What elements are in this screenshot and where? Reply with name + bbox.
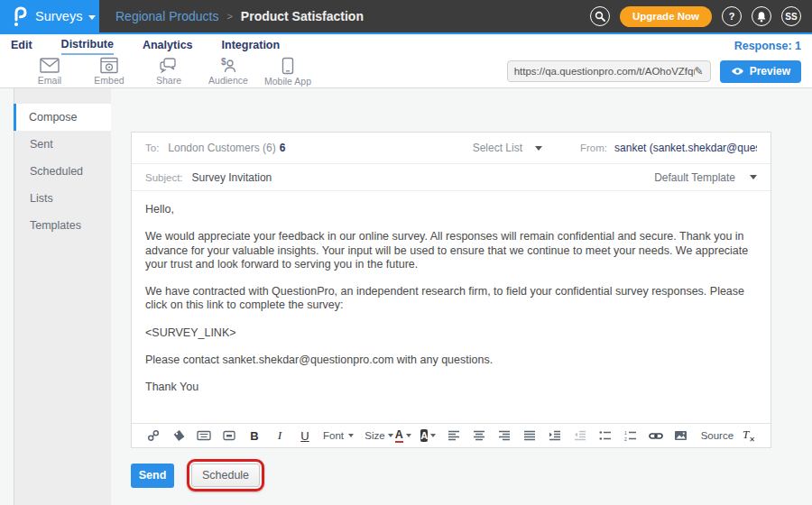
sidebar-item-scheduled[interactable]: Scheduled — [14, 158, 111, 185]
bold-button[interactable]: B — [247, 427, 262, 444]
align-center-button[interactable] — [472, 427, 486, 444]
from-value[interactable]: sanket (sanket.shekdar@ques... — [614, 142, 757, 154]
schedule-button[interactable]: Schedule — [191, 464, 260, 487]
channel-embed-label: Embed — [94, 75, 124, 86]
font-select[interactable]: Font — [323, 427, 354, 444]
subject-label: Subject: — [145, 172, 183, 183]
insert-tag-button[interactable] — [171, 427, 186, 444]
channel-share-label: Share — [156, 75, 181, 86]
tab-edit[interactable]: Edit — [11, 37, 32, 54]
sidebar-item-compose[interactable]: Compose — [14, 104, 111, 131]
email-icon — [39, 57, 60, 74]
channel-email[interactable]: Email — [20, 57, 79, 86]
insert-keyboard-button[interactable] — [197, 427, 211, 444]
channel-mobile-app[interactable]: Mobile App — [258, 57, 318, 87]
breadcrumb-folder[interactable]: Regional Products — [115, 9, 218, 23]
remove-format-x: ✕ — [749, 436, 755, 444]
share-icon — [158, 57, 180, 74]
breadcrumb-current: Product Satisfaction — [241, 9, 364, 23]
bullet-list-button[interactable] — [598, 427, 613, 444]
sidebar-item-sent[interactable]: Sent — [14, 131, 111, 158]
recipients-row: To: London Customers (6) 6 Select List F… — [132, 133, 770, 164]
questionpro-app: Surveys Regional Products > Product Sati… — [0, 0, 812, 505]
remove-format-button[interactable]: T✕ — [742, 427, 756, 444]
select-list-label: Select List — [473, 142, 522, 154]
italic-button[interactable]: I — [272, 427, 287, 444]
body-paragraph: <SURVEY_LINK> — [145, 326, 757, 340]
preview-button[interactable]: Preview — [720, 60, 801, 83]
avatar[interactable]: SS — [781, 6, 801, 26]
to-value[interactable]: London Customers (6) — [168, 142, 275, 154]
upgrade-now-button[interactable]: Upgrade Now — [620, 6, 712, 27]
background-color-button[interactable]: A — [421, 427, 436, 444]
annotation-highlight: Schedule — [187, 459, 264, 491]
surveys-menu[interactable]: Surveys — [0, 0, 99, 32]
tab-distribute[interactable]: Distribute — [61, 36, 114, 55]
edit-url-icon[interactable]: ✎ — [695, 65, 704, 78]
increase-indent-button[interactable] — [548, 427, 562, 444]
source-button[interactable]: Source — [699, 427, 731, 444]
template-value: Default Template — [654, 171, 735, 184]
body-paragraph: Please contact sanket.shekdar@questionpr… — [145, 354, 757, 367]
template-dropdown[interactable]: Default Template — [654, 171, 757, 184]
numbered-list-icon: 1 2 — [624, 430, 637, 441]
body-paragraph: We have contracted with QuestionPro, an … — [145, 285, 757, 313]
response-count[interactable]: Response: 1 — [734, 40, 801, 52]
search-button[interactable] — [590, 6, 610, 26]
channel-embed[interactable]: Embed — [79, 57, 139, 86]
email-body-editor[interactable]: Hello, We would appreciate your feedback… — [132, 191, 770, 423]
insert-image-button[interactable] — [674, 427, 688, 444]
channel-audience[interactable]: $ Audience — [198, 57, 258, 86]
select-list-dropdown[interactable]: Select List — [473, 142, 542, 154]
bell-icon — [756, 11, 767, 23]
tab-integration[interactable]: Integration — [222, 37, 281, 54]
button-icon — [223, 430, 235, 441]
align-left-icon — [448, 430, 460, 441]
align-right-button[interactable] — [497, 427, 512, 444]
recipient-count: 6 — [280, 142, 286, 154]
bullet-list-icon — [599, 430, 612, 441]
chain-icon — [147, 429, 160, 442]
indent-icon — [549, 430, 561, 441]
eye-icon — [731, 67, 744, 76]
svg-text:$: $ — [221, 57, 226, 67]
underline-button[interactable]: U — [298, 427, 312, 444]
numbered-list-button[interactable]: 1 2 — [623, 427, 638, 444]
surveys-menu-label: Surveys — [35, 9, 82, 23]
text-color-button[interactable]: A — [396, 427, 411, 444]
audience-icon: $ — [217, 57, 239, 74]
sidebar-item-templates[interactable]: Templates — [14, 212, 111, 239]
align-right-icon — [498, 430, 511, 441]
justify-button[interactable] — [522, 427, 537, 444]
rich-text-toolbar: B I U Font Size A A — [132, 423, 770, 447]
send-button[interactable]: Send — [131, 464, 174, 488]
align-left-button[interactable] — [447, 427, 461, 444]
svg-text:2: 2 — [624, 436, 627, 441]
insert-button-button[interactable] — [222, 427, 236, 444]
link-icon — [649, 432, 663, 440]
body-paragraph: Thank You — [145, 381, 757, 394]
breadcrumb-separator-icon: > — [226, 11, 232, 22]
tag-icon — [172, 429, 186, 442]
keyboard-icon — [197, 430, 211, 441]
to-label: To: — [145, 142, 159, 153]
channel-share[interactable]: Share — [139, 57, 198, 86]
notifications-button[interactable] — [752, 6, 771, 26]
email-sidebar: Compose Sent Scheduled Lists Templates — [14, 88, 111, 505]
help-button[interactable]: ? — [722, 6, 742, 26]
tab-analytics[interactable]: Analytics — [143, 37, 193, 54]
chevron-down-icon — [430, 434, 436, 437]
decrease-indent-button[interactable] — [573, 427, 587, 444]
survey-url-field[interactable]: https://qa.questionpro.com/t/AOhoVZfqml … — [507, 60, 711, 82]
header-actions: Upgrade Now ? SS — [590, 0, 812, 32]
subject-value[interactable]: Survey Invitation — [192, 171, 272, 184]
mobile-app-icon — [281, 57, 294, 75]
insert-hyperlink-button[interactable] — [649, 427, 663, 444]
size-select[interactable]: Size — [364, 427, 384, 444]
search-icon — [595, 11, 605, 22]
insert-link-variable-button[interactable] — [146, 427, 161, 444]
sidebar-item-lists[interactable]: Lists — [14, 185, 111, 212]
channel-mobile-app-label: Mobile App — [264, 76, 311, 87]
top-header: Surveys Regional Products > Product Sati… — [0, 0, 812, 34]
compose-actions: Send Schedule — [131, 459, 264, 491]
